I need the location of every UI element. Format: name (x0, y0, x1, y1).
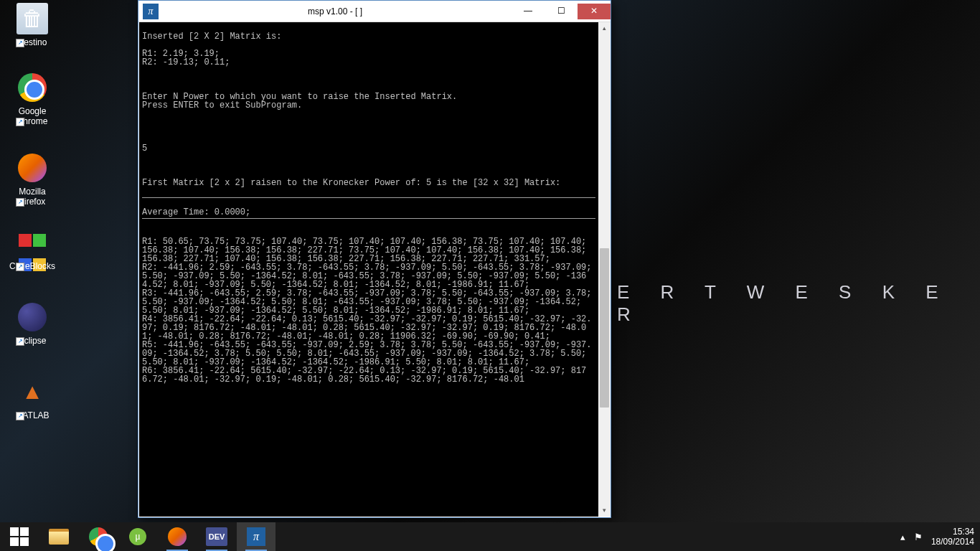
app-pi-icon: π (247, 527, 265, 546)
taskbar-msp[interactable]: π (237, 522, 275, 551)
scroll-thumb[interactable] (600, 248, 609, 408)
divider (142, 197, 595, 198)
action-center-icon[interactable]: ⚑ (914, 532, 923, 542)
matlab-icon: ▲ (17, 376, 48, 408)
desktop-icon-recycle-bin[interactable]: 🗑 ↗ Cestino (6, 3, 59, 47)
console-row: R1: 50.65; 73.75; 73.75; 107.40; 73.75; … (142, 237, 592, 264)
desktop-icon-firefox[interactable]: ↗ Mozilla Firefox (6, 152, 59, 207)
console-row: R6: 3856.41; -22.64; 5615.40; -32.97; -2… (142, 366, 586, 385)
system-tray[interactable]: ▴ ⚑ 15:34 18/09/2014 (900, 527, 980, 547)
desktop-icon-matlab[interactable]: ▲ ↗ MATLAB (6, 376, 59, 420)
console-line: Inserted [2 X 2] Matrix is: (142, 32, 281, 42)
taskbar-chrome[interactable] (79, 522, 118, 551)
desktop-icon-eclipse[interactable]: ↗ Eclipse (6, 301, 59, 346)
scroll-up-arrow-icon[interactable]: ▴ (598, 22, 611, 34)
codeblocks-icon (17, 227, 48, 258)
console-line: R2: -19.13; 0.11; (142, 57, 230, 67)
shortcut-arrow-icon: ↗ (16, 39, 24, 47)
shortcut-arrow-icon: ↗ (16, 337, 24, 346)
minimize-button[interactable]: — (512, 4, 545, 19)
taskbar-devcpp[interactable]: DEV (197, 522, 236, 551)
close-button[interactable]: ✕ (578, 4, 611, 19)
taskbar-explorer[interactable] (39, 522, 78, 551)
taskbar-firefox[interactable] (158, 522, 197, 551)
taskbar: μ DEV π ▴ ⚑ 15:34 18/09/2014 (0, 522, 980, 551)
console-row: R4: 3856.41; -22.64; -22.64; 0.13; 5615.… (142, 314, 592, 342)
taskbar-utorrent[interactable]: μ (118, 522, 157, 551)
desktop-icon-chrome[interactable]: ↗ Google Chrome (6, 72, 59, 126)
firefox-icon (168, 527, 187, 546)
app-pi-icon: π (143, 4, 159, 19)
console-row: R5: -441.96; -643.55; -643.55; -937.09; … (142, 340, 592, 367)
maximize-button[interactable]: ☐ (545, 4, 578, 19)
titlebar[interactable]: π msp v1.00 - [ ] — ☐ ✕ (138, 1, 611, 22)
wallpaper-text: E R T W E S K E R (617, 281, 980, 326)
chrome-icon (17, 72, 48, 103)
windows-icon (10, 527, 29, 546)
console-row: R3: -441.96; -643.55; 2.59; 3.78; -643.5… (142, 288, 597, 316)
explorer-icon (49, 529, 69, 545)
divider (142, 218, 595, 219)
tray-overflow-icon[interactable]: ▴ (900, 532, 905, 542)
utorrent-icon: μ (129, 528, 146, 545)
clock[interactable]: 15:34 18/09/2014 (931, 527, 974, 547)
eclipse-icon (17, 301, 48, 333)
recycle-bin-icon: 🗑 (17, 3, 48, 34)
shortcut-arrow-icon: ↗ (16, 263, 24, 271)
shortcut-arrow-icon: ↗ (16, 118, 24, 126)
chrome-icon (89, 527, 108, 546)
clock-time: 15:34 (931, 527, 974, 537)
console-line: First Matrix [2 x 2] raisen to the Krone… (142, 178, 560, 188)
firefox-icon (17, 152, 48, 184)
console-row: R2: -441.96; 2.59; -643.55; 3.78; -643.5… (142, 263, 597, 290)
devcpp-icon: DEV (206, 527, 227, 546)
vertical-scrollbar[interactable]: ▴ ▾ (598, 22, 611, 517)
clock-date: 18/09/2014 (931, 537, 974, 547)
desktop-icon-codeblocks[interactable]: ↗ CodeBlocks (6, 227, 59, 271)
shortcut-arrow-icon: ↗ (16, 412, 24, 420)
start-button[interactable] (0, 522, 39, 551)
window-title: msp v1.00 - [ ] (159, 6, 512, 17)
console-line: Press ENTER to exit SubProgram. (142, 100, 302, 110)
console-area: Inserted [2 X 2] Matrix is: R1: 2.19; 3.… (139, 22, 610, 517)
shortcut-arrow-icon: ↗ (16, 198, 24, 207)
console-line: Average Time: 0.0000; (142, 207, 250, 217)
scroll-down-arrow-icon[interactable]: ▾ (598, 504, 611, 517)
app-window: π msp v1.00 - [ ] — ☐ ✕ Inserted [2 X 2]… (138, 0, 611, 518)
console-input: 5 (142, 143, 147, 154)
